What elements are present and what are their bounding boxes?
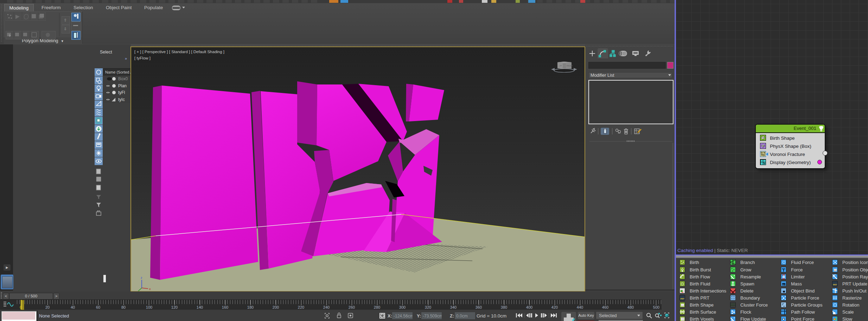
svg-text:.FT: .FT xyxy=(559,65,562,67)
svg-text:z: z xyxy=(141,276,142,279)
svg-text:Plan: Plan xyxy=(118,83,127,88)
svg-text:FRONT: FRONT xyxy=(567,65,573,67)
svg-text:tyIc: tyIc xyxy=(118,97,125,102)
svg-text:tyFl: tyFl xyxy=(118,90,125,95)
svg-text:[ + ] [ Perspective ] [ Standa: [ + ] [ Perspective ] [ Standard ] [ Def… xyxy=(134,50,224,54)
svg-text:[ tyFlow ]: [ tyFlow ] xyxy=(134,56,151,60)
svg-text:Box0: Box0 xyxy=(118,76,128,81)
svg-text:x: x xyxy=(149,287,151,291)
